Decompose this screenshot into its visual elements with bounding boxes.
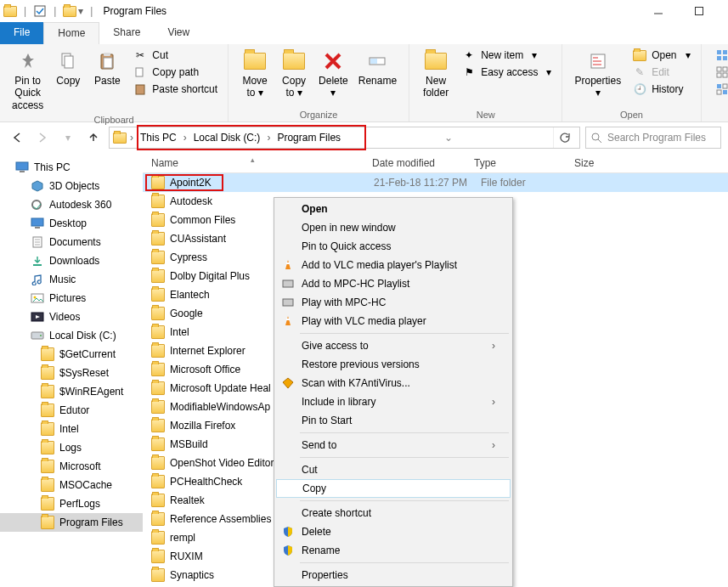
- menu-play-mpc[interactable]: Play with MPC-HC: [276, 293, 511, 312]
- tab-file[interactable]: File: [0, 22, 43, 44]
- folder-icon: [151, 568, 165, 582]
- shield-icon: [281, 525, 295, 539]
- menu-rename[interactable]: Rename: [276, 541, 511, 560]
- menu-copy[interactable]: Copy: [276, 479, 511, 498]
- nav-item[interactable]: Logs: [0, 438, 143, 457]
- menu-open[interactable]: Open: [276, 200, 511, 218]
- nav-item[interactable]: Music: [0, 270, 143, 289]
- menu-play-vlc[interactable]: Play with VLC media player: [276, 312, 511, 330]
- menu-mpc-playlist[interactable]: Add to MPC-HC Playlist: [276, 274, 511, 293]
- easy-access-button[interactable]: ⚑Easy access▾: [459, 65, 555, 80]
- menu-vlc-playlist[interactable]: Add to VLC media player's Playlist: [276, 256, 511, 274]
- back-button[interactable]: [7, 127, 27, 148]
- nav-item[interactable]: $SysReset: [0, 364, 143, 382]
- maximize-button[interactable]: [694, 6, 718, 16]
- nav-item[interactable]: Downloads: [0, 251, 143, 270]
- tab-share[interactable]: Share: [99, 22, 154, 44]
- nav-item[interactable]: $GetCurrent: [0, 345, 143, 364]
- nav-item[interactable]: Edutor: [0, 401, 143, 420]
- edit-button[interactable]: ✎Edit: [629, 65, 693, 80]
- nav-item[interactable]: Intel: [0, 420, 143, 438]
- nav-item[interactable]: Microsoft: [0, 457, 143, 476]
- pin-icon: [16, 49, 40, 73]
- open-button[interactable]: Open▾: [629, 48, 693, 63]
- refresh-button[interactable]: [553, 127, 576, 148]
- menu-open-new-window[interactable]: Open in new window: [276, 218, 511, 237]
- col-size[interactable]: Size: [566, 157, 634, 169]
- history-button[interactable]: 🕘History: [629, 82, 693, 97]
- checkbox-icon[interactable]: [33, 4, 47, 18]
- folder-icon: [151, 363, 165, 376]
- menu-create-shortcut[interactable]: Create shortcut: [276, 504, 511, 522]
- rename-icon: [365, 49, 389, 73]
- nav-icon: [31, 179, 44, 193]
- rename-button[interactable]: Rename: [353, 48, 402, 88]
- nav-item[interactable]: Documents: [0, 233, 143, 251]
- copy-path-button[interactable]: Copy path: [130, 65, 221, 80]
- invert-selection-button[interactable]: Invert selection: [712, 82, 728, 97]
- svg-point-35: [34, 296, 37, 299]
- folder-icon: [151, 494, 165, 507]
- menu-scan-k7[interactable]: Scan with K7AntiVirus...: [276, 374, 511, 392]
- col-date[interactable]: Date modified: [364, 157, 466, 169]
- menu-send-to[interactable]: Send to›: [276, 436, 511, 454]
- table-row[interactable]: Apoint2K 21-Feb-18 11:27 PM File folder: [143, 173, 728, 192]
- copy-to-button[interactable]: Copy to ▾: [274, 48, 313, 101]
- recent-dropdown[interactable]: ▾: [58, 127, 78, 148]
- menu-pin-start[interactable]: Pin to Start: [276, 411, 511, 430]
- new-item-button[interactable]: ✦New item▾: [459, 48, 555, 63]
- search-input[interactable]: Search Program Files: [585, 127, 721, 149]
- new-folder-button[interactable]: New folder: [416, 48, 455, 101]
- cut-button[interactable]: ✂Cut: [130, 48, 221, 63]
- menu-cut[interactable]: Cut: [276, 460, 511, 479]
- nav-item[interactable]: $WinREAgent: [0, 382, 143, 401]
- folder-icon: [3, 4, 17, 18]
- breadcrumb[interactable]: This PC: [137, 130, 180, 145]
- select-none-button[interactable]: Select none: [712, 65, 728, 80]
- menu-give-access[interactable]: Give access to›: [276, 336, 511, 355]
- nav-item[interactable]: Desktop: [0, 214, 143, 233]
- new-item-icon: ✦: [462, 48, 476, 62]
- nav-local-disk[interactable]: Local Disk (C:): [0, 326, 143, 345]
- paste-button[interactable]: Paste: [87, 48, 127, 88]
- menu-restore-versions[interactable]: Restore previous versions: [276, 355, 511, 374]
- nav-item[interactable]: 3D Objects: [0, 177, 143, 195]
- move-to-button[interactable]: Move to ▾: [235, 48, 274, 101]
- col-name[interactable]: ▴Name: [143, 157, 364, 169]
- edit-icon: ✎: [633, 65, 646, 79]
- menu-pin-quick-access[interactable]: Pin to Quick access: [276, 237, 511, 256]
- svg-rect-40: [283, 280, 293, 287]
- copy-button[interactable]: Copy: [48, 48, 87, 88]
- pin-quick-access-button[interactable]: Pin to Quick access: [7, 48, 48, 113]
- tab-view[interactable]: View: [154, 22, 203, 44]
- menu-delete[interactable]: Delete: [276, 522, 511, 541]
- tab-home[interactable]: Home: [43, 22, 99, 44]
- nav-item[interactable]: MSOCache: [0, 476, 143, 494]
- up-button[interactable]: [83, 127, 104, 148]
- delete-button[interactable]: Delete▾: [313, 48, 353, 101]
- nav-item[interactable]: Autodesk 360: [0, 195, 143, 214]
- select-all-button[interactable]: Select all: [712, 48, 728, 63]
- nav-item[interactable]: PerfLogs: [0, 494, 143, 513]
- forward-button[interactable]: [32, 127, 53, 148]
- menu-properties[interactable]: Properties: [276, 566, 511, 584]
- qat-dropdown[interactable]: ▾: [78, 5, 83, 17]
- paste-shortcut-button[interactable]: Paste shortcut: [130, 82, 221, 97]
- breadcrumb[interactable]: Program Files: [274, 130, 344, 145]
- svg-rect-18: [723, 67, 727, 71]
- folder-icon: [151, 400, 165, 414]
- svg-rect-14: [723, 50, 727, 54]
- col-type[interactable]: Type: [466, 157, 566, 169]
- properties-button[interactable]: Properties▾: [569, 48, 626, 101]
- open-icon: [633, 48, 646, 62]
- history-dropdown[interactable]: ⌄: [444, 132, 453, 144]
- nav-item[interactable]: Videos: [0, 308, 143, 326]
- menu-include-library[interactable]: Include in library›: [276, 392, 511, 411]
- minimize-button[interactable]: [653, 6, 677, 16]
- nav-item[interactable]: Program Files: [0, 513, 143, 532]
- address-bar[interactable]: › This PC › Local Disk (C:) › Program Fi…: [109, 127, 580, 149]
- folder-icon: [41, 385, 54, 398]
- nav-item[interactable]: Pictures: [0, 289, 143, 308]
- breadcrumb[interactable]: Local Disk (C:): [190, 130, 264, 145]
- nav-this-pc[interactable]: This PC: [0, 158, 143, 177]
